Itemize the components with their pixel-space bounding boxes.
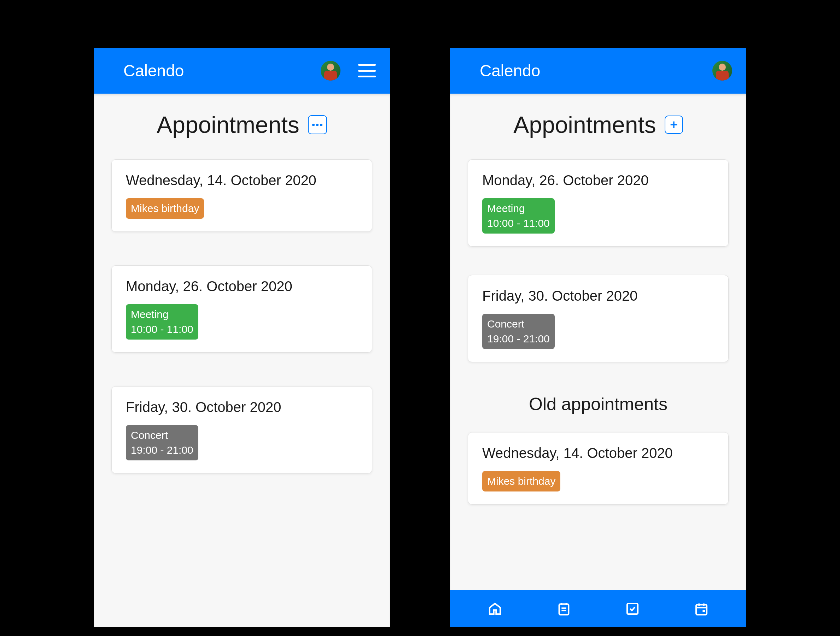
page-title-row: Appointments	[468, 111, 729, 138]
page-title-row: Appointments	[111, 111, 372, 138]
section-title: Old appointments	[468, 394, 729, 414]
appointment-tag[interactable]: Meeting 10:00 - 11:00	[482, 198, 555, 233]
card-date: Monday, 26. October 2020	[126, 279, 358, 294]
tag-title: Concert	[131, 428, 193, 443]
tag-time: 19:00 - 21:00	[487, 331, 550, 346]
bottom-nav	[450, 590, 746, 627]
tag-time: 10:00 - 11:00	[131, 322, 193, 337]
svg-rect-2	[559, 604, 568, 614]
avatar[interactable]	[321, 61, 341, 80]
tag-title: Mikes birthday	[487, 474, 556, 489]
appointment-tag[interactable]: Concert 19:00 - 21:00	[482, 314, 555, 349]
card-date: Wednesday, 14. October 2020	[482, 445, 714, 461]
nav-home[interactable]	[486, 600, 504, 617]
appointment-card[interactable]: Wednesday, 14. October 2020 Mikes birthd…	[111, 159, 372, 232]
tag-time: 19:00 - 21:00	[131, 443, 193, 458]
more-button[interactable]	[308, 115, 327, 134]
tag-title: Mikes birthday	[131, 201, 199, 216]
tag-time: 10:00 - 11:00	[487, 216, 550, 231]
tag-title: Concert	[487, 316, 550, 331]
card-date: Friday, 30. October 2020	[126, 399, 358, 415]
app-header: Calendo	[94, 48, 390, 94]
calendar-icon	[694, 602, 709, 616]
avatar[interactable]	[712, 61, 732, 80]
plus-icon	[669, 120, 679, 130]
tag-title: Meeting	[131, 307, 193, 322]
svg-rect-8	[696, 605, 707, 614]
phone-screen-left: Calendo Appointments Wednesday, 14. Octo…	[94, 48, 390, 627]
appointment-card[interactable]: Friday, 30. October 2020 Concert 19:00 -…	[468, 275, 729, 362]
add-button[interactable]	[665, 115, 683, 134]
hamburger-icon[interactable]	[358, 64, 376, 77]
app-header: Calendo	[450, 48, 746, 94]
appointment-tag[interactable]: Mikes birthday	[482, 471, 561, 491]
nav-calendar[interactable]	[693, 600, 710, 617]
card-date: Friday, 30. October 2020	[482, 288, 714, 304]
content-area: Appointments Wednesday, 14. October 2020…	[94, 94, 390, 627]
home-icon	[488, 602, 502, 616]
nav-appointments[interactable]	[556, 600, 572, 617]
appointment-tag[interactable]: Concert 19:00 - 21:00	[126, 425, 198, 460]
appointment-tag[interactable]: Mikes birthday	[126, 198, 204, 219]
nav-tasks[interactable]	[624, 600, 641, 617]
content-area: Appointments Monday, 26. October 2020 Me…	[450, 94, 746, 627]
list-icon	[557, 602, 571, 616]
appointment-card[interactable]: Monday, 26. October 2020 Meeting 10:00 -…	[468, 159, 729, 247]
appointment-tag[interactable]: Meeting 10:00 - 11:00	[126, 304, 198, 340]
appointment-card[interactable]: Friday, 30. October 2020 Concert 19:00 -…	[111, 386, 372, 474]
app-title: Calendo	[108, 61, 184, 80]
card-date: Monday, 26. October 2020	[482, 172, 714, 188]
svg-rect-12	[703, 610, 705, 612]
app-title: Calendo	[464, 61, 540, 80]
phone-screen-right: Calendo Appointments Monday, 26. October…	[450, 48, 746, 627]
page-title: Appointments	[513, 111, 656, 138]
appointment-card[interactable]: Monday, 26. October 2020 Meeting 10:00 -…	[111, 265, 372, 353]
appointment-card[interactable]: Wednesday, 14. October 2020 Mikes birthd…	[468, 432, 729, 505]
more-dots-icon	[312, 124, 315, 126]
tag-title: Meeting	[487, 201, 550, 216]
page-title: Appointments	[156, 111, 300, 138]
card-date: Wednesday, 14. October 2020	[126, 172, 358, 188]
checkbox-icon	[625, 602, 639, 616]
